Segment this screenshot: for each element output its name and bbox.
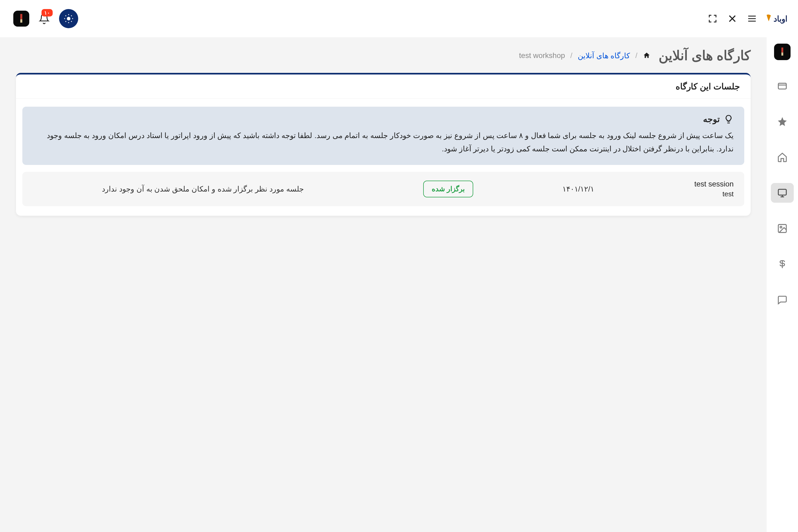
svg-rect-18 xyxy=(778,83,786,89)
brand-name: اوباد xyxy=(774,14,787,23)
sidebar-item-gallery[interactable] xyxy=(771,218,794,238)
close-button[interactable] xyxy=(726,13,738,25)
sidebar-nav xyxy=(766,37,798,532)
breadcrumb-separator: / xyxy=(570,51,572,60)
session-row: test session test ۱۴۰۱/۱۲/۱ برگزار شده ج… xyxy=(22,172,744,206)
main-content: کارگاه های آنلاین / کارگاه های آنلاین / … xyxy=(0,37,766,532)
session-type: test xyxy=(654,190,734,198)
breadcrumb-workshops-link[interactable]: کارگاه های آنلاین xyxy=(578,51,630,60)
sessions-card: جلسات این کارگاه توجه یک ساعت پیش از شرو… xyxy=(16,73,750,216)
session-status-badge: برگزار شده xyxy=(423,180,473,197)
brand-logo: اوباد xyxy=(765,14,787,23)
sidebar-item-home[interactable] xyxy=(771,147,794,167)
info-alert: توجه یک ساعت پیش از شروع جلسه لینک ورود … xyxy=(22,107,744,165)
sidebar-avatar[interactable] xyxy=(774,44,791,60)
lightbulb-icon xyxy=(723,114,734,124)
brand-mark-icon xyxy=(765,14,772,23)
sessions-table: test session test ۱۴۰۱/۱۲/۱ برگزار شده ج… xyxy=(22,172,744,206)
sidebar-item-payments[interactable] xyxy=(771,254,794,274)
svg-point-5 xyxy=(67,17,70,20)
svg-rect-15 xyxy=(20,19,22,23)
breadcrumb-home-icon[interactable] xyxy=(643,52,651,60)
svg-rect-14 xyxy=(20,14,22,19)
sidebar-item-favorites[interactable] xyxy=(771,112,794,131)
user-avatar[interactable] xyxy=(13,11,29,26)
notifications-button[interactable]: ۱۰ xyxy=(37,11,52,26)
fullscreen-button[interactable] xyxy=(706,13,719,25)
page-title: کارگاه های آنلاین xyxy=(659,48,750,63)
notification-count-badge: ۱۰ xyxy=(41,9,53,17)
theme-toggle-button[interactable] xyxy=(59,9,78,28)
svg-line-10 xyxy=(65,15,66,16)
sidebar-item-workshops[interactable] xyxy=(771,183,794,203)
svg-rect-19 xyxy=(778,189,786,195)
svg-rect-17 xyxy=(781,52,783,56)
page-header: کارگاه های آنلاین / کارگاه های آنلاین / … xyxy=(16,48,750,63)
svg-line-11 xyxy=(71,21,72,22)
sidebar-item-messages[interactable] xyxy=(771,290,794,310)
card-header: جلسات این کارگاه xyxy=(16,75,750,99)
card-title: جلسات این کارگاه xyxy=(26,81,740,92)
breadcrumb-current: test workshop xyxy=(519,51,565,60)
breadcrumb: / کارگاه های آنلاین / test workshop xyxy=(519,51,651,60)
svg-point-23 xyxy=(780,226,782,228)
svg-line-12 xyxy=(65,21,66,22)
breadcrumb-separator: / xyxy=(635,51,637,60)
svg-rect-16 xyxy=(781,48,783,53)
menu-button[interactable] xyxy=(746,13,758,25)
svg-line-13 xyxy=(71,15,72,16)
session-name: test session xyxy=(654,180,734,188)
sidebar-item-wallet[interactable] xyxy=(771,76,794,96)
alert-title: توجه xyxy=(703,114,720,124)
alert-text: یک ساعت پیش از شروع جلسه لینک ورود به جل… xyxy=(33,129,734,156)
session-note: جلسه مورد نظر برگزار شده و امکان ملحق شد… xyxy=(22,172,383,206)
app-header: اوباد ۱۰ xyxy=(0,0,798,37)
session-date: ۱۴۰۱/۱۲/۱ xyxy=(513,172,643,206)
